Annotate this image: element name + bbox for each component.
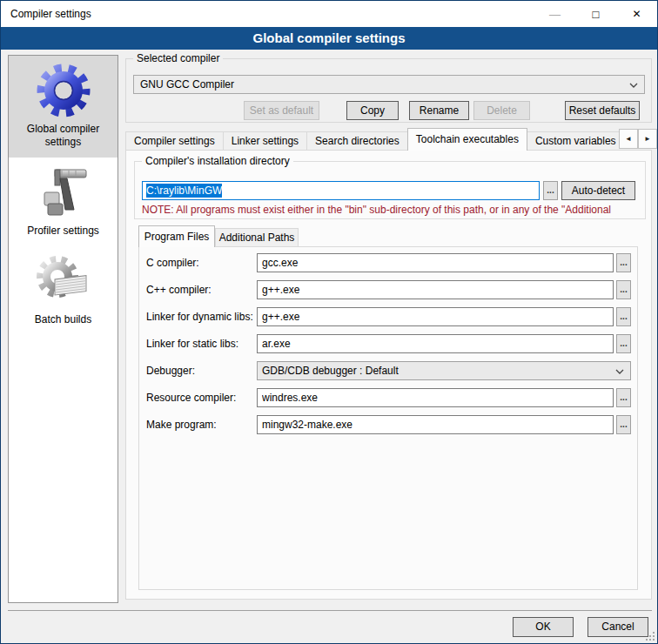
install-dir-browse-button[interactable]: ...: [543, 181, 558, 200]
selected-compiler-group: Selected compiler GNU GCC Compiler Set a…: [125, 58, 652, 123]
blue-gear-icon: [36, 63, 91, 118]
tab-compiler-settings[interactable]: Compiler settings: [125, 131, 224, 151]
banner: Global compiler settings: [1, 27, 657, 50]
make-program-browse-button[interactable]: ...: [616, 415, 631, 434]
rename-button[interactable]: Rename: [409, 101, 469, 120]
delete-button[interactable]: Delete: [473, 101, 530, 120]
gray-gear-stack-icon: [36, 253, 91, 309]
tab-scroll-left-button[interactable]: ◄: [619, 129, 638, 149]
cpp-compiler-input[interactable]: [257, 280, 614, 299]
sidebar-item-profiler-settings[interactable]: Profiler settings: [9, 158, 118, 246]
compiler-settings-dialog: Compiler settings — □ ✕ Global compiler …: [0, 0, 658, 644]
tab-search-directories[interactable]: Search directories: [306, 131, 408, 151]
maximize-icon: □: [593, 8, 600, 21]
close-icon: ✕: [632, 8, 641, 20]
window-title: Compiler settings: [10, 8, 91, 20]
resize-grip-icon[interactable]: [653, 639, 655, 641]
tab-linker-settings[interactable]: Linker settings: [223, 131, 307, 151]
c-compiler-browse-button[interactable]: ...: [616, 253, 631, 272]
dynamic-linker-label: Linker for dynamic libs:: [146, 307, 253, 326]
dynamic-linker-browse-button[interactable]: ...: [616, 307, 631, 326]
sidebar-item-global-compiler-settings[interactable]: Global compiler settings: [9, 56, 118, 158]
ok-button[interactable]: OK: [513, 617, 574, 637]
maximize-button[interactable]: □: [575, 1, 616, 27]
chevron-down-icon: [629, 83, 638, 88]
subtab-program-files[interactable]: Program Files: [138, 225, 215, 247]
toolchain-executables-panel: Compiler's installation directory C:\ray…: [125, 150, 652, 600]
window-controls: — □ ✕: [534, 1, 657, 27]
debugger-select-value: GDB/CDB debugger : Default: [262, 365, 399, 377]
sidebar-item-label: Profiler settings: [27, 225, 99, 237]
debugger-select[interactable]: GDB/CDB debugger : Default: [257, 361, 631, 380]
reset-defaults-button[interactable]: Reset defaults: [565, 101, 640, 120]
resource-compiler-input[interactable]: [257, 388, 614, 407]
tab-toolchain-executables[interactable]: Toolchain executables: [407, 128, 527, 151]
installation-directory-group: Compiler's installation directory C:\ray…: [134, 161, 646, 219]
chevron-down-icon: [615, 369, 624, 374]
caliper-icon: [36, 164, 91, 220]
copy-button[interactable]: Copy: [346, 101, 399, 120]
sidebar-item-batch-builds[interactable]: Batch builds: [9, 246, 118, 335]
note-text: NOTE: All programs must exist either in …: [142, 204, 644, 216]
titlebar: Compiler settings — □ ✕: [1, 1, 657, 27]
tab-scroll-right-button[interactable]: ►: [638, 129, 657, 149]
set-as-default-button[interactable]: Set as default: [244, 101, 319, 120]
compiler-select[interactable]: GNU GCC Compiler: [133, 75, 645, 94]
subtab-additional-paths[interactable]: Additional Paths: [215, 228, 299, 247]
cancel-button[interactable]: Cancel: [588, 617, 648, 637]
static-linker-browse-button[interactable]: ...: [616, 334, 631, 353]
footer-divider: [8, 610, 652, 611]
arrow-left-icon: ◄: [625, 135, 632, 143]
dynamic-linker-input[interactable]: [257, 307, 614, 326]
make-program-input[interactable]: [257, 415, 614, 434]
static-linker-label: Linker for static libs:: [146, 334, 238, 353]
close-button[interactable]: ✕: [616, 1, 657, 27]
cpp-compiler-label: C++ compiler:: [146, 280, 212, 299]
resource-compiler-label: Resource compiler:: [146, 388, 236, 407]
compiler-select-value: GNU GCC Compiler: [140, 78, 234, 91]
minimize-icon: —: [549, 8, 561, 21]
minimize-button[interactable]: —: [534, 1, 575, 27]
sidebar: Global compiler settings Profiler settin…: [8, 55, 118, 603]
sidebar-item-label: Global compiler settings: [27, 123, 99, 148]
make-program-label: Make program:: [146, 415, 217, 434]
tab-custom-variables[interactable]: Custom variables: [527, 131, 619, 151]
banner-title: Global compiler settings: [1, 27, 657, 50]
install-dir-input[interactable]: C:\raylib\MinGW: [142, 181, 540, 200]
c-compiler-label: C compiler:: [146, 253, 199, 272]
installation-directory-group-label: Compiler's installation directory: [142, 155, 293, 167]
install-dir-selected-text: C:\raylib\MinGW: [146, 184, 222, 198]
c-compiler-input[interactable]: [257, 253, 614, 272]
debugger-label: Debugger:: [146, 361, 195, 380]
auto-detect-button[interactable]: Auto-detect: [561, 181, 635, 200]
static-linker-input[interactable]: [257, 334, 614, 353]
sidebar-item-label: Batch builds: [35, 313, 91, 325]
resource-compiler-browse-button[interactable]: ...: [616, 388, 631, 407]
arrow-right-icon: ►: [644, 135, 651, 143]
selected-compiler-group-label: Selected compiler: [133, 52, 223, 64]
program-files-page: C compiler: ... C++ compiler: ... Linker…: [138, 246, 638, 590]
main-tabs: Compiler settings Linker settings Search…: [125, 128, 619, 151]
cpp-compiler-browse-button[interactable]: ...: [616, 280, 631, 299]
